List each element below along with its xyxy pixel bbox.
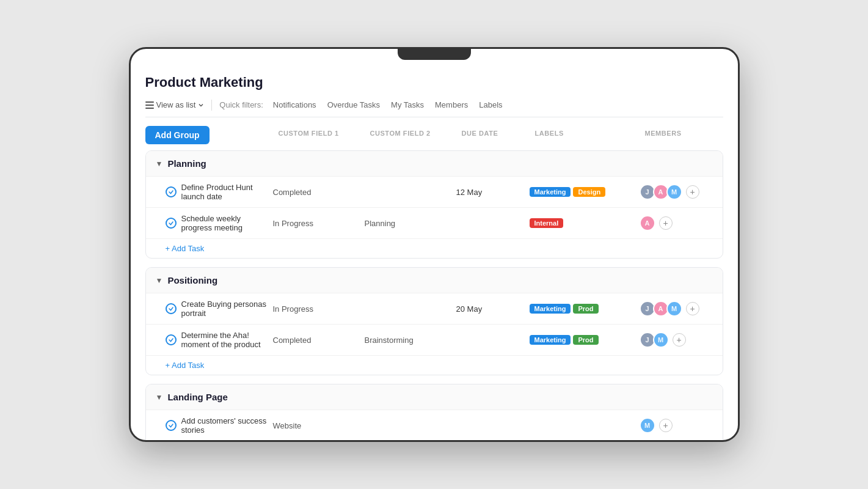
label-badge: Prod bbox=[573, 335, 598, 345]
task-custom-field-2: Brainstorming bbox=[365, 336, 456, 345]
labels-cell: MarketingDesign bbox=[530, 187, 640, 197]
view-toggle[interactable]: View as list bbox=[145, 100, 205, 109]
task-status: Completed bbox=[273, 188, 365, 197]
col-labels: LABELS bbox=[535, 130, 645, 137]
avatar: A bbox=[640, 215, 655, 231]
avatar: M bbox=[640, 417, 655, 433]
device-frame: Product Marketing View as list Quick fil… bbox=[129, 47, 740, 442]
label-badge: Marketing bbox=[530, 335, 571, 345]
chevron-icon: ▼ bbox=[156, 160, 163, 168]
members-cell: JM+ bbox=[640, 332, 713, 348]
view-label: View as list bbox=[156, 100, 196, 109]
check-icon bbox=[166, 186, 177, 197]
avatar: M bbox=[666, 301, 682, 317]
task-label: Schedule weekly progress meeting bbox=[181, 214, 273, 232]
page-title: Product Marketing bbox=[145, 75, 723, 90]
add-task-row: + Add Task bbox=[146, 238, 723, 258]
group-header-2[interactable]: ▼ Landing Page bbox=[146, 384, 723, 410]
col-custom-field-2: CUSTOM FIELD 2 bbox=[370, 130, 462, 137]
task-name: Define Product Hunt launch date bbox=[166, 183, 273, 201]
filter-labels[interactable]: Labels bbox=[474, 99, 507, 111]
task-row[interactable]: Define Product Hunt launch date Complete… bbox=[146, 176, 723, 207]
label-badge: Marketing bbox=[530, 187, 571, 197]
toolbar: View as list Quick filters: Notification… bbox=[145, 99, 723, 117]
members-cell: JAM+ bbox=[640, 184, 713, 200]
members-cell: A+ bbox=[640, 215, 713, 231]
task-due-date: 12 May bbox=[456, 188, 530, 197]
label-badge: Design bbox=[573, 187, 605, 197]
toolbar-divider bbox=[211, 100, 212, 111]
task-label: Determine the Aha! moment of the product bbox=[181, 331, 273, 349]
groups-container: ▼ Planning Define Product Hunt launch da… bbox=[145, 150, 723, 440]
check-icon bbox=[166, 420, 177, 431]
label-badge: Marketing bbox=[530, 304, 571, 314]
filter-members[interactable]: Members bbox=[430, 99, 473, 111]
chevron-icon: ▼ bbox=[156, 393, 163, 402]
task-name: Schedule weekly progress meeting bbox=[166, 214, 273, 232]
task-status: In Progress bbox=[273, 219, 365, 228]
columns-header: CUSTOM FIELD 1 CUSTOM FIELD 2 DUE DATE L… bbox=[219, 130, 723, 141]
check-icon bbox=[166, 218, 177, 229]
quick-filters-label: Quick filters: bbox=[219, 100, 263, 109]
task-name: Add customers' success stories bbox=[166, 416, 273, 435]
label-badge: Internal bbox=[530, 218, 564, 228]
group-header-1[interactable]: ▼ Positioning bbox=[146, 268, 723, 293]
check-icon bbox=[166, 303, 177, 314]
list-icon bbox=[145, 101, 154, 109]
task-label: Add customers' success stories bbox=[181, 416, 273, 435]
avatar: M bbox=[666, 184, 682, 200]
label-badge: Prod bbox=[573, 304, 598, 314]
task-row[interactable]: Create Buying personas portrait In Progr… bbox=[146, 293, 723, 324]
task-row[interactable]: Add customers' success stories Website M… bbox=[146, 410, 723, 440]
labels-cell: MarketingProd bbox=[530, 335, 640, 345]
col-members: MEMBERS bbox=[645, 130, 718, 137]
task-row[interactable]: Determine the Aha! moment of the product… bbox=[146, 324, 723, 355]
task-custom-field-2: Planning bbox=[365, 219, 456, 228]
group-section-1: ▼ Positioning Create Buying personas por… bbox=[145, 267, 723, 375]
task-label: Create Buying personas portrait bbox=[181, 300, 273, 318]
svg-rect-1 bbox=[145, 105, 154, 106]
check-icon bbox=[166, 334, 177, 345]
chevron-icon: ▼ bbox=[156, 276, 163, 285]
task-name: Create Buying personas portrait bbox=[166, 300, 273, 318]
group-header-0[interactable]: ▼ Planning bbox=[146, 151, 723, 176]
add-member-button[interactable]: + bbox=[686, 185, 699, 199]
task-status: Website bbox=[273, 421, 365, 430]
add-member-button[interactable]: + bbox=[659, 216, 673, 230]
avatar: M bbox=[653, 332, 669, 348]
labels-cell: MarketingProd bbox=[530, 304, 640, 314]
svg-rect-0 bbox=[145, 101, 154, 103]
filter-overdue[interactable]: Overdue Tasks bbox=[323, 99, 385, 111]
add-task-row: + Add Task bbox=[146, 355, 723, 375]
device-notch bbox=[398, 49, 471, 60]
add-member-button[interactable]: + bbox=[659, 419, 673, 432]
group-section-2: ▼ Landing Page Add customers' success st… bbox=[145, 384, 723, 440]
group-section-0: ▼ Planning Define Product Hunt launch da… bbox=[145, 150, 723, 259]
group-name: Positioning bbox=[167, 275, 217, 285]
task-label: Define Product Hunt launch date bbox=[181, 183, 273, 201]
add-group-button[interactable]: Add Group bbox=[145, 126, 210, 144]
add-task-button[interactable]: + Add Task bbox=[166, 361, 713, 370]
add-member-button[interactable]: + bbox=[686, 302, 699, 315]
svg-rect-2 bbox=[145, 108, 154, 109]
task-row[interactable]: Schedule weekly progress meeting In Prog… bbox=[146, 207, 723, 238]
app-content: Product Marketing View as list Quick fil… bbox=[131, 49, 738, 440]
add-task-button[interactable]: + Add Task bbox=[166, 244, 713, 253]
members-cell: M+ bbox=[640, 417, 713, 433]
task-status: In Progress bbox=[273, 304, 365, 314]
col-due-date: DUE DATE bbox=[462, 130, 535, 137]
filter-my-tasks[interactable]: My Tasks bbox=[386, 99, 429, 111]
task-due-date: 20 May bbox=[456, 304, 530, 314]
group-name: Planning bbox=[167, 158, 206, 169]
members-cell: JAM+ bbox=[640, 301, 713, 317]
labels-cell: Internal bbox=[530, 218, 640, 228]
task-status: Completed bbox=[273, 336, 365, 345]
col-custom-field-1: CUSTOM FIELD 1 bbox=[279, 130, 370, 137]
filter-notifications[interactable]: Notifications bbox=[268, 99, 321, 111]
group-name: Landing Page bbox=[167, 392, 227, 402]
quick-filters: Quick filters: Notifications Overdue Tas… bbox=[219, 99, 507, 111]
task-name: Determine the Aha! moment of the product bbox=[166, 331, 273, 349]
chevron-down-icon bbox=[198, 102, 204, 108]
add-member-button[interactable]: + bbox=[673, 333, 686, 347]
